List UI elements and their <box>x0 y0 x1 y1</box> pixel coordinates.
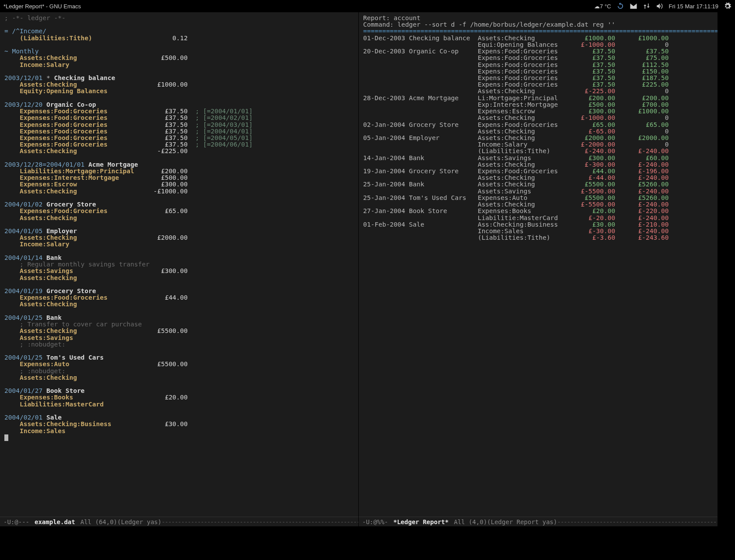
mail-icon[interactable] <box>630 2 637 10</box>
modeline-fill: ----------------------------------------… <box>557 518 718 525</box>
modeline-position: All (4,0) <box>454 518 487 525</box>
modeline-mode: (Ledger Report yas) <box>487 518 557 525</box>
right-modeline: -U:@%%- *Ledger Report* All (4,0) (Ledge… <box>359 517 718 526</box>
right-pane: Report: accountCommand: ledger --sort d … <box>359 12 718 526</box>
gnome-topbar: *Ledger Report* - GNU Emacs ☁ 7 °C Fri 1… <box>0 0 735 12</box>
ledger-report-buffer[interactable]: Report: accountCommand: ledger --sort d … <box>359 12 718 517</box>
weather-widget[interactable]: ☁ 7 °C <box>594 3 611 10</box>
clock[interactable]: Fri 15 Mar 17:11:19 <box>669 3 718 10</box>
emacs-frame: ; -*- ledger -*- = /^Income/ (Liabilitie… <box>0 12 735 526</box>
left-pane: ; -*- ledger -*- = /^Income/ (Liabilitie… <box>0 12 359 526</box>
gear-icon[interactable] <box>724 2 732 10</box>
modeline-buffer-name: example.dat <box>35 518 75 525</box>
modeline-flags: -U:@--- <box>4 518 29 525</box>
modeline-flags: -U:@%%- <box>362 518 388 525</box>
modeline-position: All (64,0) <box>80 518 117 525</box>
volume-icon[interactable] <box>656 2 664 10</box>
window-title: *Ledger Report* - GNU Emacs <box>4 3 81 10</box>
system-tray: ☁ 7 °C Fri 15 Mar 17:11:19 <box>594 2 732 10</box>
modeline-mode: (Ledger yas) <box>117 518 161 525</box>
network-icon[interactable] <box>643 2 651 10</box>
modeline-buffer-name: *Ledger Report* <box>393 518 448 525</box>
modeline-fill: ----------------------------------------… <box>161 518 358 525</box>
left-modeline: -U:@--- example.dat All (64,0) (Ledger y… <box>0 517 358 526</box>
ledger-source-buffer[interactable]: ; -*- ledger -*- = /^Income/ (Liabilitie… <box>0 12 358 517</box>
refresh-icon[interactable] <box>616 2 624 10</box>
